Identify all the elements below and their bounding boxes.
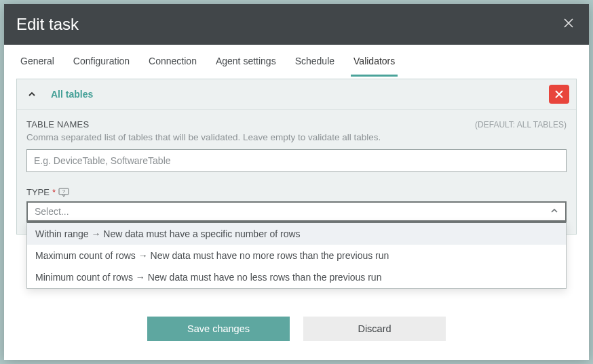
type-help-button[interactable]: ? (58, 188, 69, 197)
table-names-label: TABLE NAMES (26, 119, 89, 129)
tab-validators[interactable]: Validators (351, 46, 398, 77)
type-select[interactable]: Select... (26, 201, 567, 222)
type-field-block: TYPE * ? Select... (26, 187, 567, 222)
dialog-footer: Save changes Discard (4, 299, 589, 360)
panel-body: TABLE NAMES (DEFAULT: ALL TABLES) Comma … (17, 110, 576, 234)
close-icon (563, 18, 574, 28)
table-names-default-hint: (DEFAULT: ALL TABLES) (475, 120, 567, 129)
type-select-wrap: Select... Within range → New data must h… (26, 201, 567, 222)
type-option-within-range[interactable]: Within range → New data must have a spec… (27, 223, 566, 245)
save-button[interactable]: Save changes (147, 317, 290, 341)
dialog-title: Edit task (16, 15, 79, 34)
close-icon (554, 89, 564, 99)
svg-text:?: ? (62, 189, 65, 194)
type-label-row: TYPE * ? (26, 187, 567, 197)
table-names-label-row: TABLE NAMES (DEFAULT: ALL TABLES) (26, 119, 567, 129)
close-button[interactable] (560, 15, 577, 34)
panel-header-left: All tables (24, 89, 93, 100)
type-dropdown: Within range → New data must have a spec… (26, 222, 567, 289)
chevron-up-icon (28, 90, 36, 98)
tab-bar: General Configuration Connection Agent s… (4, 45, 589, 79)
tab-agent-settings[interactable]: Agent settings (213, 46, 279, 77)
panel-title: All tables (51, 89, 93, 100)
chevron-up-icon (550, 206, 558, 217)
type-select-placeholder: Select... (35, 206, 69, 217)
validator-panel: All tables TABLE NAMES (DEFAULT: ALL TAB… (16, 79, 577, 235)
tab-general[interactable]: General (18, 46, 57, 77)
type-label: TYPE (26, 187, 50, 197)
edit-task-dialog: Edit task General Configuration Connecti… (4, 4, 589, 360)
type-option-maximum-count[interactable]: Maximum count of rows → New data must ha… (27, 245, 566, 266)
help-icon: ? (58, 188, 69, 197)
required-mark: * (52, 187, 56, 197)
tab-configuration[interactable]: Configuration (71, 46, 132, 77)
delete-validator-button[interactable] (549, 85, 569, 104)
type-option-minimum-count[interactable]: Minimum count of rows → New data must ha… (27, 266, 566, 288)
validators-panel-container: All tables TABLE NAMES (DEFAULT: ALL TAB… (4, 79, 589, 299)
tab-schedule[interactable]: Schedule (292, 46, 337, 77)
table-names-help: Comma separated list of tables that will… (26, 132, 567, 142)
tab-connection[interactable]: Connection (146, 46, 199, 77)
collapse-toggle[interactable] (24, 89, 40, 100)
dialog-header: Edit task (4, 4, 589, 45)
table-names-input[interactable] (26, 149, 567, 172)
panel-header: All tables (17, 79, 576, 110)
discard-button[interactable]: Discard (303, 317, 446, 341)
